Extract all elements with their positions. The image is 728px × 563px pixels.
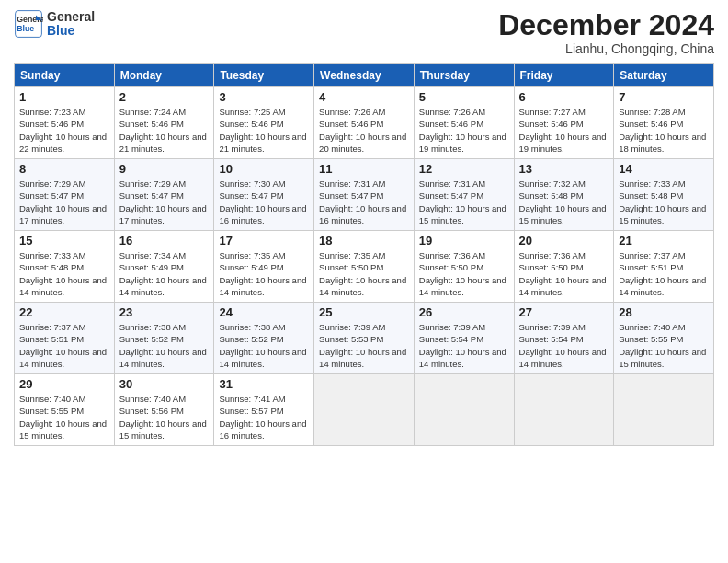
day-number: 5 <box>419 90 509 104</box>
logo: General Blue General Blue <box>14 9 95 39</box>
day-19: 19 Sunrise: 7:36 AM Sunset: 5:50 PM Dayl… <box>414 231 514 303</box>
day-16: 16 Sunrise: 7:34 AM Sunset: 5:49 PM Dayl… <box>114 231 214 303</box>
day-number: 29 <box>19 377 109 391</box>
day-number: 25 <box>319 305 409 319</box>
day-info: Sunrise: 7:36 AM Sunset: 5:50 PM Dayligh… <box>519 249 609 298</box>
day-number: 4 <box>319 90 409 104</box>
calendar-header-row: Sunday Monday Tuesday Wednesday Thursday… <box>15 64 714 87</box>
day-6: 6 Sunrise: 7:27 AM Sunset: 5:46 PM Dayli… <box>514 87 614 159</box>
day-info: Sunrise: 7:24 AM Sunset: 5:46 PM Dayligh… <box>119 106 210 155</box>
day-number: 17 <box>219 234 309 247</box>
empty-day <box>514 374 614 446</box>
day-15: 15 Sunrise: 7:33 AM Sunset: 5:48 PM Dayl… <box>15 231 115 303</box>
day-info: Sunrise: 7:39 AM Sunset: 5:54 PM Dayligh… <box>419 321 509 370</box>
day-number: 31 <box>219 377 309 391</box>
logo-text: General Blue <box>47 10 95 39</box>
day-info: Sunrise: 7:37 AM Sunset: 5:51 PM Dayligh… <box>19 321 109 370</box>
day-info: Sunrise: 7:39 AM Sunset: 5:53 PM Dayligh… <box>319 321 409 370</box>
calendar-week-5: 29 Sunrise: 7:40 AM Sunset: 5:55 PM Dayl… <box>15 374 714 446</box>
day-info: Sunrise: 7:40 AM Sunset: 5:55 PM Dayligh… <box>19 393 109 442</box>
day-1: 1 Sunrise: 7:23 AM Sunset: 5:46 PM Dayli… <box>15 87 115 159</box>
day-7: 7 Sunrise: 7:28 AM Sunset: 5:46 PM Dayli… <box>614 87 714 159</box>
day-info: Sunrise: 7:30 AM Sunset: 5:47 PM Dayligh… <box>219 178 309 226</box>
day-14: 14 Sunrise: 7:33 AM Sunset: 5:48 PM Dayl… <box>614 159 714 231</box>
day-info: Sunrise: 7:35 AM Sunset: 5:50 PM Dayligh… <box>319 249 409 298</box>
day-info: Sunrise: 7:27 AM Sunset: 5:46 PM Dayligh… <box>519 106 609 155</box>
calendar-week-3: 15 Sunrise: 7:33 AM Sunset: 5:48 PM Dayl… <box>15 231 714 303</box>
calendar-week-4: 22 Sunrise: 7:37 AM Sunset: 5:51 PM Dayl… <box>15 303 714 374</box>
day-number: 12 <box>419 162 509 176</box>
svg-text:Blue: Blue <box>17 24 34 33</box>
day-number: 27 <box>519 305 609 319</box>
day-3: 3 Sunrise: 7:25 AM Sunset: 5:46 PM Dayli… <box>214 87 314 159</box>
calendar-week-1: 1 Sunrise: 7:23 AM Sunset: 5:46 PM Dayli… <box>15 87 714 159</box>
col-friday: Friday <box>514 64 614 87</box>
day-number: 21 <box>619 234 709 247</box>
calendar-week-2: 8 Sunrise: 7:29 AM Sunset: 5:47 PM Dayli… <box>15 159 714 231</box>
col-saturday: Saturday <box>614 64 714 87</box>
day-number: 6 <box>519 90 609 104</box>
day-number: 9 <box>119 162 210 176</box>
day-info: Sunrise: 7:40 AM Sunset: 5:55 PM Dayligh… <box>619 321 709 370</box>
empty-day <box>414 374 514 446</box>
day-number: 18 <box>319 234 409 247</box>
day-number: 23 <box>119 305 210 319</box>
day-20: 20 Sunrise: 7:36 AM Sunset: 5:50 PM Dayl… <box>514 231 614 303</box>
day-info: Sunrise: 7:29 AM Sunset: 5:47 PM Dayligh… <box>19 178 109 226</box>
day-25: 25 Sunrise: 7:39 AM Sunset: 5:53 PM Dayl… <box>314 303 415 374</box>
day-5: 5 Sunrise: 7:26 AM Sunset: 5:46 PM Dayli… <box>414 87 514 159</box>
page-container: General Blue General Blue December 2024 … <box>0 0 728 455</box>
day-9: 9 Sunrise: 7:29 AM Sunset: 5:47 PM Dayli… <box>114 159 214 231</box>
col-sunday: Sunday <box>15 64 115 87</box>
day-31: 31 Sunrise: 7:41 AM Sunset: 5:57 PM Dayl… <box>214 374 314 446</box>
day-info: Sunrise: 7:25 AM Sunset: 5:46 PM Dayligh… <box>219 106 309 155</box>
day-21: 21 Sunrise: 7:37 AM Sunset: 5:51 PM Dayl… <box>614 231 714 303</box>
day-info: Sunrise: 7:28 AM Sunset: 5:46 PM Dayligh… <box>619 106 709 155</box>
day-24: 24 Sunrise: 7:38 AM Sunset: 5:52 PM Dayl… <box>214 303 314 374</box>
day-27: 27 Sunrise: 7:39 AM Sunset: 5:54 PM Dayl… <box>514 303 614 374</box>
day-2: 2 Sunrise: 7:24 AM Sunset: 5:46 PM Dayli… <box>114 87 214 159</box>
month-title: December 2024 <box>498 9 714 41</box>
day-number: 3 <box>219 90 309 104</box>
day-26: 26 Sunrise: 7:39 AM Sunset: 5:54 PM Dayl… <box>414 303 514 374</box>
col-monday: Monday <box>114 64 214 87</box>
day-4: 4 Sunrise: 7:26 AM Sunset: 5:46 PM Dayli… <box>314 87 415 159</box>
day-17: 17 Sunrise: 7:35 AM Sunset: 5:49 PM Dayl… <box>214 231 314 303</box>
day-10: 10 Sunrise: 7:30 AM Sunset: 5:47 PM Dayl… <box>214 159 314 231</box>
empty-day <box>614 374 714 446</box>
day-info: Sunrise: 7:23 AM Sunset: 5:46 PM Dayligh… <box>19 106 109 155</box>
empty-day <box>314 374 415 446</box>
day-number: 8 <box>19 162 109 176</box>
day-number: 19 <box>419 234 509 247</box>
title-section: December 2024 Lianhu, Chongqing, China <box>498 9 714 56</box>
day-number: 20 <box>519 234 609 247</box>
col-tuesday: Tuesday <box>214 64 314 87</box>
day-number: 1 <box>19 90 109 104</box>
day-info: Sunrise: 7:31 AM Sunset: 5:47 PM Dayligh… <box>419 178 509 226</box>
calendar: Sunday Monday Tuesday Wednesday Thursday… <box>14 63 714 446</box>
day-number: 11 <box>319 162 409 176</box>
day-number: 10 <box>219 162 309 176</box>
logo-icon: General Blue <box>14 9 43 39</box>
day-number: 24 <box>219 305 309 319</box>
day-number: 22 <box>19 305 109 319</box>
day-18: 18 Sunrise: 7:35 AM Sunset: 5:50 PM Dayl… <box>314 231 415 303</box>
day-number: 30 <box>119 377 210 391</box>
col-wednesday: Wednesday <box>314 64 415 87</box>
day-info: Sunrise: 7:34 AM Sunset: 5:49 PM Dayligh… <box>119 249 210 298</box>
day-13: 13 Sunrise: 7:32 AM Sunset: 5:48 PM Dayl… <box>514 159 614 231</box>
day-info: Sunrise: 7:37 AM Sunset: 5:51 PM Dayligh… <box>619 249 709 298</box>
calendar-body: 1 Sunrise: 7:23 AM Sunset: 5:46 PM Dayli… <box>15 87 714 446</box>
day-info: Sunrise: 7:26 AM Sunset: 5:46 PM Dayligh… <box>319 106 409 155</box>
day-number: 14 <box>619 162 709 176</box>
day-info: Sunrise: 7:29 AM Sunset: 5:47 PM Dayligh… <box>119 178 210 226</box>
day-info: Sunrise: 7:39 AM Sunset: 5:54 PM Dayligh… <box>519 321 609 370</box>
day-info: Sunrise: 7:38 AM Sunset: 5:52 PM Dayligh… <box>119 321 210 370</box>
day-info: Sunrise: 7:31 AM Sunset: 5:47 PM Dayligh… <box>319 178 409 226</box>
day-29: 29 Sunrise: 7:40 AM Sunset: 5:55 PM Dayl… <box>15 374 115 446</box>
day-30: 30 Sunrise: 7:40 AM Sunset: 5:56 PM Dayl… <box>114 374 214 446</box>
day-22: 22 Sunrise: 7:37 AM Sunset: 5:51 PM Dayl… <box>15 303 115 374</box>
col-thursday: Thursday <box>414 64 514 87</box>
day-info: Sunrise: 7:26 AM Sunset: 5:46 PM Dayligh… <box>419 106 509 155</box>
day-number: 26 <box>419 305 509 319</box>
